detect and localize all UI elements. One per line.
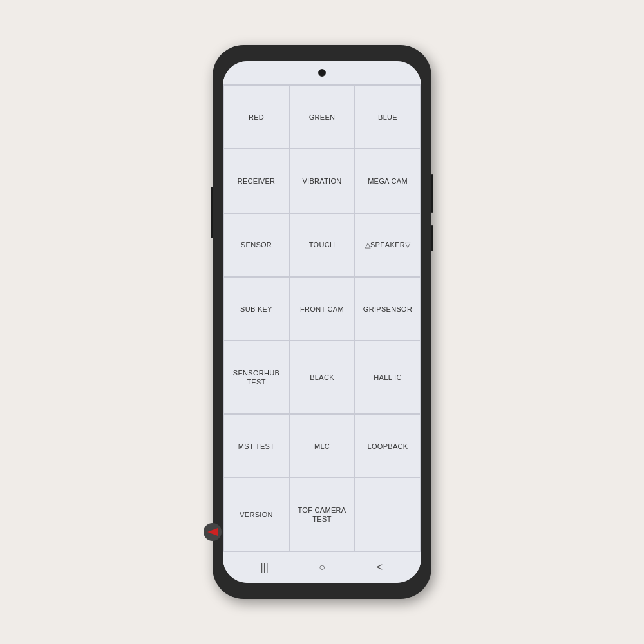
grid-cell-version[interactable]: VERSION — [224, 478, 289, 551]
grid-cell-blue[interactable]: BLUE — [355, 86, 420, 148]
grid-cell-red[interactable]: RED — [224, 86, 289, 148]
volume-down-button[interactable] — [431, 225, 433, 251]
arrow-circle — [204, 523, 222, 541]
home-button[interactable]: ○ — [312, 557, 332, 578]
notch-area — [223, 61, 421, 84]
grid-cell-mlc[interactable]: MLC — [290, 415, 354, 477]
grid-cell-green[interactable]: GREEN — [290, 86, 354, 148]
grid-cell-tof-camera-test[interactable]: TOF CAMERA TEST — [290, 478, 354, 551]
back-arrow-indicator — [204, 523, 222, 541]
grid-cell-gripsensor[interactable]: GRIPSENSOR — [355, 278, 420, 340]
grid-cell-mst-test[interactable]: MST TEST — [224, 415, 289, 477]
grid-cell-black[interactable]: BLACK — [290, 341, 354, 413]
phone-screen: REDGREENBLUERECEIVERVIBRATIONMEGA CAMSEN… — [223, 61, 421, 583]
front-camera-dot — [318, 69, 326, 77]
grid-cell-speaker[interactable]: △SPEAKER▽ — [355, 214, 420, 276]
red-arrow-icon — [207, 528, 218, 536]
grid-cell-hall-ic[interactable]: HALL IC — [355, 341, 420, 413]
navigation-bar: ||| ○ < — [223, 552, 421, 583]
grid-cell-mega-cam[interactable]: MEGA CAM — [355, 149, 420, 212]
recent-apps-button[interactable]: ||| — [254, 557, 275, 578]
diagnostic-grid: REDGREENBLUERECEIVERVIBRATIONMEGA CAMSEN… — [223, 84, 421, 552]
grid-cell-empty — [355, 478, 420, 551]
grid-cell-front-cam[interactable]: FRONT CAM — [290, 278, 354, 340]
power-button[interactable] — [431, 174, 433, 213]
grid-cell-touch[interactable]: TOUCH — [290, 214, 354, 276]
grid-cell-receiver[interactable]: RECEIVER — [224, 149, 289, 212]
grid-cell-sensorhub-test[interactable]: SENSORHUB TEST — [224, 341, 289, 413]
phone-device: REDGREENBLUERECEIVERVIBRATIONMEGA CAMSEN… — [213, 45, 431, 599]
back-button[interactable]: < — [369, 557, 390, 578]
svg-marker-0 — [207, 528, 218, 536]
grid-cell-loopback[interactable]: LOOPBACK — [355, 415, 420, 477]
grid-cell-vibration[interactable]: VIBRATION — [290, 149, 354, 212]
grid-cell-sub-key[interactable]: SUB KEY — [224, 278, 289, 340]
grid-cell-sensor[interactable]: SENSOR — [224, 214, 289, 276]
volume-up-button[interactable] — [211, 187, 213, 238]
